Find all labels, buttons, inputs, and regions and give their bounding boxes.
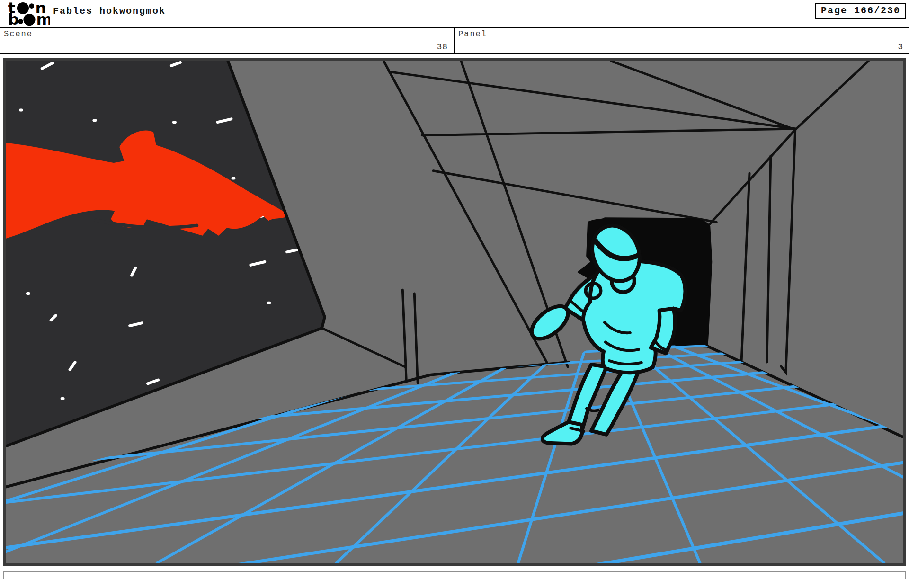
panel-field: Panel 3 [454,28,909,53]
header-bar: t n b m Fables hokwongmok Page 166/230 [0,0,909,27]
logo-dot-small-bottom [18,19,23,24]
scene-field: Scene 38 [0,28,454,53]
toonboom-logo: t n b m [8,1,50,27]
scene-value: 38 [437,42,448,52]
storyboard-drawing-panel [3,58,906,566]
logo-letter-m: m [36,10,50,27]
project-title: Fables hokwongmok [53,6,166,17]
panel-artwork [6,61,903,563]
logo-dot-big-bottom [23,14,35,26]
scene-label: Scene [4,29,33,38]
logo-letter-b: b [8,10,19,27]
caption-box [3,571,906,579]
panel-value: 3 [898,42,903,52]
page-number-badge: Page 166/230 [815,3,906,19]
logo-dot-small-top [29,3,34,9]
panel-label: Panel [458,29,487,38]
scene-panel-row: Scene 38 Panel 3 [0,27,909,54]
